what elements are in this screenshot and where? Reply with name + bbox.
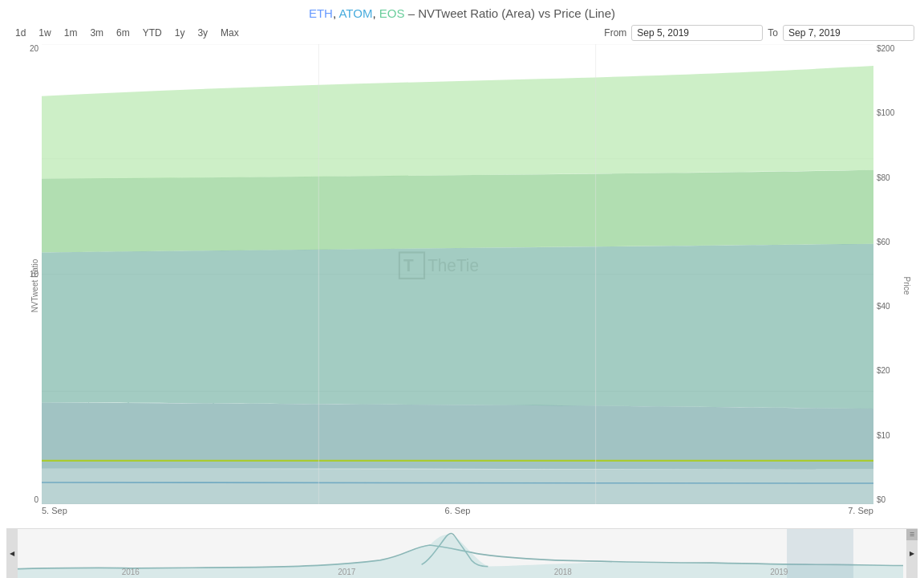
svg-text:TheTie: TheTie	[428, 256, 479, 275]
y-right-40: $40	[877, 302, 890, 311]
main-svg: T TheTie	[42, 44, 873, 504]
y-left-0: 0	[34, 495, 38, 504]
to-label: To	[768, 27, 778, 39]
btn-ytd[interactable]: YTD	[137, 26, 168, 40]
scroll-left-icon: ◀	[10, 550, 14, 557]
chart-title: ETH, ATOM, EOS – NVTweet Ratio (Area) vs…	[0, 6, 924, 20]
x-label-sep5: 5. Sep	[42, 506, 67, 522]
right-y-axis: $200 $100 $80 $60 $40 $20 $10 $0 Price	[873, 44, 918, 527]
btn-3m[interactable]: 3m	[84, 26, 109, 40]
y-left-20: 20	[30, 44, 38, 53]
mini-year-labels: 2016 2017 2018 2019	[6, 568, 903, 576]
y-right-20: $20	[877, 366, 890, 375]
btn-1y[interactable]: 1y	[169, 26, 191, 40]
main-chart: T TheTie 5. Sep 6. Sep 7. Sep	[42, 44, 873, 527]
from-label: From	[604, 27, 626, 39]
btn-3y[interactable]: 3y	[192, 26, 213, 40]
controls-row: 1d 1w 1m 3m 6m YTD 1y 3y Max From To	[0, 25, 924, 41]
left-y-axis: 20 10 0 NVTweet Ratio	[6, 44, 42, 527]
btn-1m[interactable]: 1m	[59, 26, 83, 40]
time-buttons: 1d 1w 1m 3m 6m YTD 1y 3y Max	[10, 26, 245, 40]
svg-text:T: T	[403, 256, 414, 275]
eth-label: ETH	[309, 6, 333, 20]
btn-1d[interactable]: 1d	[10, 26, 31, 40]
y-right-0: $0	[877, 495, 886, 504]
y-right-60: $60	[877, 238, 890, 246]
to-date-input[interactable]	[783, 25, 914, 41]
x-label-sep7: 7. Sep	[848, 506, 873, 522]
atom-label: ATOM	[338, 6, 372, 20]
mini-chart: 2016 2017 2018 2019 ◀ ▶ ☰	[6, 528, 918, 578]
chart-subtitle: – NVTweet Ratio (Area) vs Price (Line)	[408, 6, 615, 20]
y-right-100: $100	[877, 108, 894, 117]
year-2017: 2017	[338, 568, 355, 576]
scrollbar-handle[interactable]: ☰	[906, 529, 918, 540]
y-right-label: Price	[902, 276, 911, 295]
y-left-label: NVTweet Ratio	[30, 258, 39, 312]
btn-6m[interactable]: 6m	[111, 26, 136, 40]
y-right-10: $10	[877, 431, 890, 440]
scroll-right-icon: ▶	[910, 550, 914, 557]
scroll-left-btn[interactable]: ◀	[6, 529, 18, 578]
x-label-sep6: 6. Sep	[445, 506, 471, 522]
y-right-80: $80	[877, 173, 890, 182]
from-date-input[interactable]	[631, 25, 763, 41]
y-right-200: $200	[877, 44, 894, 53]
year-2019: 2019	[770, 568, 788, 576]
btn-1w[interactable]: 1w	[33, 26, 56, 40]
date-range: From To	[604, 25, 914, 41]
year-2018: 2018	[554, 568, 572, 576]
x-axis: 5. Sep 6. Sep 7. Sep	[42, 504, 873, 522]
btn-max[interactable]: Max	[215, 26, 245, 40]
year-2016: 2016	[122, 568, 140, 576]
eos-label: EOS	[379, 6, 405, 20]
